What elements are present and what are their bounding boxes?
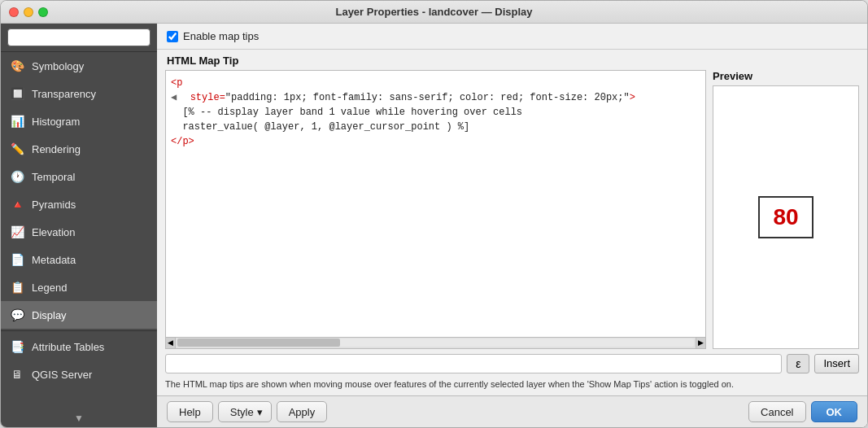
attribute-tables-icon: 📑 [9, 338, 25, 355]
sidebar-item-label: Metadata [32, 254, 76, 266]
apply-button[interactable]: Apply [277, 401, 328, 422]
bottom-bar: Help Style ▾ Apply Cancel OK [157, 395, 867, 427]
pyramids-icon: 🔺 [9, 196, 25, 212]
sidebar-item-label: Legend [32, 282, 67, 294]
insert-row: ε Insert [157, 349, 867, 378]
window-title: Layer Properties - landcover — Display [335, 6, 532, 18]
histogram-icon: 📊 [9, 113, 25, 129]
sidebar-item-label: Histogram [32, 116, 80, 128]
code-editor[interactable]: <p ◀ style="padding: 1px; font-family: s… [165, 70, 706, 338]
code-line-4: raster_value( @layer, 1, @layer_cursor_p… [171, 120, 700, 134]
code-line-1: <p [171, 76, 700, 90]
preview-number: 80 [773, 204, 798, 230]
minimize-button[interactable] [24, 7, 33, 17]
search-input[interactable] [7, 28, 150, 46]
legend-icon: 📋 [9, 279, 25, 295]
sidebar-item-label: Transparency [32, 88, 96, 100]
elevation-icon: 📈 [9, 224, 25, 240]
scrollbar-track[interactable] [177, 338, 694, 347]
sidebar-item-temporal[interactable]: 🕐 Temporal [1, 163, 157, 190]
info-text: The HTML map tips are shown when moving … [157, 378, 867, 395]
bottom-left-buttons: Help Style ▾ Apply [167, 401, 327, 422]
editor-preview-row: <p ◀ style="padding: 1px; font-family: s… [157, 70, 867, 349]
scrollbar-thumb[interactable] [177, 338, 340, 347]
enable-map-tips-checkbox[interactable] [167, 31, 178, 42]
title-bar: Layer Properties - landcover — Display [1, 1, 867, 24]
sidebar-item-label: QGIS Server [32, 369, 92, 381]
cancel-button[interactable]: Cancel [748, 401, 805, 422]
insert-input[interactable] [165, 354, 782, 373]
sidebar-item-label: Temporal [32, 171, 75, 183]
insert-button[interactable]: Insert [814, 354, 859, 373]
temporal-icon: 🕐 [9, 168, 25, 185]
sidebar-item-transparency[interactable]: 🔲 Transparency [1, 80, 157, 107]
sidebar-item-pyramids[interactable]: 🔺 Pyramids [1, 190, 157, 218]
code-line-5: </p> [171, 134, 700, 149]
editor-scrollbar[interactable]: ◀ ▶ [165, 338, 706, 349]
enable-map-tips-label: Enable map tips [183, 30, 259, 42]
sidebar-item-label: Attribute Tables [32, 341, 104, 353]
section-header: HTML Map Tip [157, 50, 867, 70]
sidebar-item-metadata[interactable]: 📄 Metadata [1, 246, 157, 273]
scrollbar-right-btn[interactable]: ▶ [696, 337, 705, 348]
sidebar-item-attribute-tables[interactable]: 📑 Attribute Tables [1, 333, 157, 360]
sidebar-item-label: Symbology [32, 60, 84, 72]
window-controls[interactable] [9, 7, 48, 17]
code-line-3: [% -- display layer band 1 value while h… [171, 105, 700, 120]
symbology-icon: 🎨 [9, 58, 25, 74]
metadata-icon: 📄 [9, 251, 25, 268]
sidebar: 🎨 Symbology 🔲 Transparency 📊 Histogram ✏… [1, 24, 157, 427]
search-box[interactable] [1, 24, 157, 52]
sidebar-item-display[interactable]: 💬 Display [1, 301, 157, 329]
sidebar-item-qgis-server[interactable]: 🖥 QGIS Server [1, 360, 157, 388]
sidebar-item-label: Rendering [32, 143, 81, 155]
help-button[interactable]: Help [167, 401, 213, 422]
preview-panel: Preview 80 [713, 70, 859, 349]
sidebar-divider [1, 330, 157, 331]
qgis-server-icon: 🖥 [9, 366, 25, 382]
sidebar-item-symbology[interactable]: 🎨 Symbology [1, 52, 157, 80]
sidebar-item-label: Display [32, 309, 67, 321]
enable-map-tips-row: Enable map tips [157, 24, 867, 50]
sidebar-items: 🎨 Symbology 🔲 Transparency 📊 Histogram ✏… [1, 52, 157, 409]
code-line-2: ◀ style="padding: 1px; font-family: sans… [171, 90, 700, 105]
epsilon-button[interactable]: ε [787, 354, 809, 373]
html-map-tip-section: HTML Map Tip <p ◀ style="padding: 1px; f… [157, 50, 867, 395]
sidebar-item-legend[interactable]: 📋 Legend [1, 273, 157, 301]
sidebar-item-elevation[interactable]: 📈 Elevation [1, 218, 157, 246]
close-button[interactable] [9, 7, 19, 17]
sidebar-item-histogram[interactable]: 📊 Histogram [1, 107, 157, 135]
scrollbar-left-btn[interactable]: ◀ [166, 337, 176, 348]
preview-header: Preview [713, 70, 859, 85]
maximize-button[interactable] [38, 7, 48, 17]
scroll-down-indicator[interactable]: ▼ [1, 409, 157, 427]
display-icon: 💬 [9, 307, 25, 323]
ok-button[interactable]: OK [811, 401, 858, 422]
sidebar-item-label: Pyramids [32, 199, 76, 211]
transparency-icon: 🔲 [9, 85, 25, 102]
sidebar-item-rendering[interactable]: ✏️ Rendering [1, 135, 157, 163]
code-editor-container: <p ◀ style="padding: 1px; font-family: s… [165, 70, 706, 349]
style-chevron-icon: ▾ [257, 406, 263, 418]
rendering-icon: ✏️ [9, 141, 25, 157]
preview-content: 80 [713, 85, 859, 349]
preview-box: 80 [758, 196, 813, 238]
right-panel: Enable map tips HTML Map Tip <p ◀ style=… [157, 24, 867, 427]
style-button[interactable]: Style ▾ [218, 401, 272, 422]
style-label: Style [230, 406, 254, 418]
bottom-right-buttons: Cancel OK [748, 401, 857, 422]
sidebar-item-label: Elevation [32, 226, 75, 238]
